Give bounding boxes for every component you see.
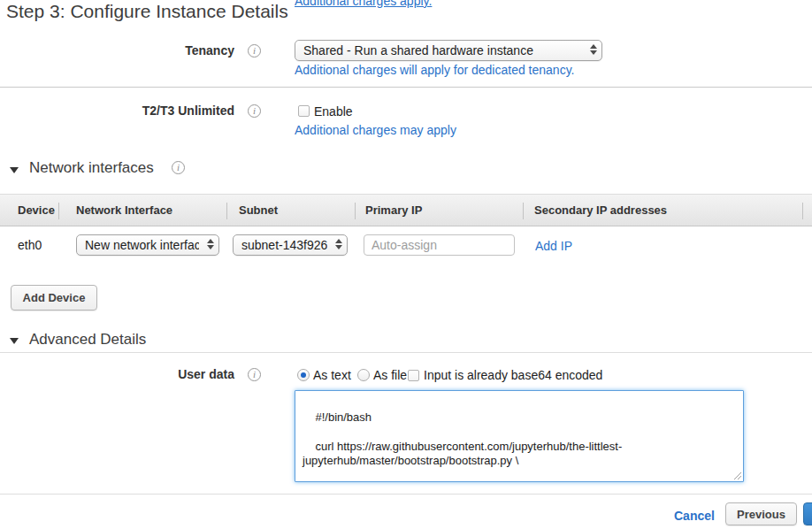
t2t3-info-icon[interactable] (248, 104, 261, 118)
t2t3-unlimited-label: T2/T3 Unlimited (0, 104, 234, 118)
column-header-network-interface: Network Interface (76, 195, 172, 226)
column-header-subnet: Subnet (239, 195, 278, 226)
primary-ip-input[interactable] (364, 234, 515, 256)
column-separator (355, 203, 356, 219)
column-header-secondary-ip: Secondary IP addresses (534, 195, 667, 226)
as-file-radio-label: As file (373, 368, 407, 382)
network-interface-select-value: New network interface (85, 238, 199, 252)
advanced-details-header[interactable]: Advanced Details (29, 331, 146, 349)
network-interfaces-header[interactable]: Network interfaces (29, 159, 154, 177)
user-data-script-line2: curl https://raw.githubusercontent.com/j… (303, 440, 622, 468)
tenancy-charges-link[interactable]: Additional charges will apply for dedica… (295, 63, 574, 77)
column-separator (58, 203, 59, 219)
tenancy-select-value: Shared - Run a shared hardware instance (303, 43, 582, 58)
column-separator (523, 203, 524, 219)
network-interfaces-collapse-icon[interactable] (10, 167, 19, 173)
enable-checkbox-label: Enable (314, 104, 353, 119)
column-header-device: Device (18, 195, 55, 226)
configure-instance-details-page: Step 3: Configure Instance Details Addit… (0, 0, 812, 529)
as-file-radio[interactable] (357, 369, 370, 381)
column-separator (802, 203, 803, 219)
add-device-button[interactable]: Add Device (11, 285, 97, 310)
add-ip-link[interactable]: Add IP (535, 239, 572, 253)
subnet-select-value: subnet-143f9263 (241, 238, 327, 252)
tenancy-label: Tenancy (0, 43, 234, 58)
as-text-radio-label: As text (313, 368, 351, 382)
primary-button-cutoff[interactable] (803, 502, 812, 525)
select-stepper-icon (206, 239, 215, 249)
network-interfaces-info-icon[interactable] (172, 161, 185, 174)
enable-checkbox[interactable] (298, 105, 310, 117)
cancel-link[interactable]: Cancel (674, 509, 715, 523)
device-name-eth0: eth0 (18, 238, 42, 252)
user-data-info-icon[interactable] (248, 368, 261, 381)
as-text-radio[interactable] (297, 369, 310, 381)
select-stepper-icon (589, 44, 598, 55)
user-data-script-line1: #!/bin/bash (315, 410, 372, 424)
additional-charges-cutoff-link[interactable]: Additional charges apply. (295, 0, 432, 8)
user-data-label: User data (0, 367, 234, 381)
user-data-textarea[interactable]: #!/bin/bash curl https://raw.githubuserc… (295, 390, 744, 482)
base64-checkbox-label: Input is already base64 encoded (424, 368, 602, 382)
textarea-resize-handle[interactable] (732, 471, 741, 479)
divider (0, 494, 812, 494)
network-interface-select[interactable]: New network interface (76, 234, 219, 256)
tenancy-info-icon[interactable] (248, 44, 261, 58)
previous-button[interactable]: Previous (725, 502, 797, 525)
column-header-primary-ip: Primary IP (365, 195, 422, 226)
base64-checkbox[interactable] (408, 370, 419, 381)
select-stepper-icon (334, 239, 343, 249)
tenancy-select[interactable]: Shared - Run a shared hardware instance (295, 40, 602, 61)
divider (0, 87, 812, 88)
t2t3-charges-link[interactable]: Additional charges may apply (295, 123, 456, 137)
network-table-header: Device Network Interface Subnet Primary … (0, 194, 812, 226)
advanced-details-collapse-icon[interactable] (10, 338, 19, 344)
page-title: Step 3: Configure Instance Details (6, 1, 288, 22)
column-separator (226, 203, 227, 219)
divider (0, 352, 812, 353)
subnet-select[interactable]: subnet-143f9263 (233, 234, 348, 256)
